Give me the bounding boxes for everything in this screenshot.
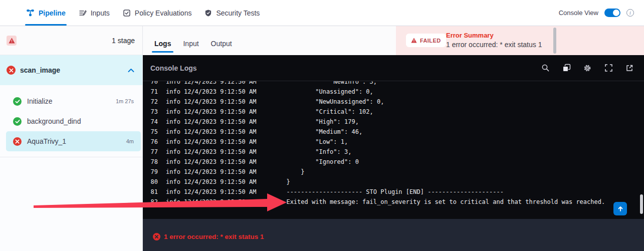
nav-tab-pipeline[interactable]: Pipeline [26,0,66,26]
nav-tab-policy-evaluations[interactable]: Policy Evaluations [123,0,192,26]
step-duration: 4m [126,138,134,144]
log-line: 70info12/4/2023 9:12:50 AM "NewInfo": 3, [143,81,644,87]
log-level: info [166,187,180,197]
open-in-new-icon[interactable] [625,64,634,73]
scroll-to-top-button[interactable] [613,202,627,215]
log-timestamp: 12/4/2023 9:12:50 AM [184,177,257,187]
log-message: "Low": 1, [286,137,348,147]
warning-triangle-icon [411,38,417,43]
log-timestamp: 12/4/2023 9:12:50 AM [184,157,257,167]
stage-count: 1 stage [112,37,135,45]
divider [0,157,142,157]
log-message: Exited with message: fail_on_severity is… [286,197,605,207]
log-message: --------------------- STO Plugin [END] -… [286,187,503,197]
log-line-number: 77 [150,147,158,157]
tab-input[interactable]: Input [183,32,198,55]
search-icon[interactable] [541,64,550,73]
console-view-toggle[interactable] [604,9,620,17]
log-timestamp: 12/4/2023 9:12:50 AM [184,137,257,147]
copy-icon[interactable] [562,64,571,73]
error-summary-banner: FAILED Error Summary 1 error occurred: *… [396,26,644,55]
nav-tab-label: Policy Evaluations [135,9,192,17]
log-line: 78info12/4/2023 9:12:50 AM "Ignored": 0 [143,157,644,167]
tab-output[interactable]: Output [211,32,232,55]
top-nav-right: Console View i [559,9,644,17]
log-line-number: 76 [150,137,158,147]
step-name: background_dind [27,117,128,125]
log-level: info [166,197,180,207]
log-level: info [166,137,180,147]
bottom-error-bar: 1 error occurred: * exit status 1 [143,219,644,251]
log-line: 75info12/4/2023 9:12:50 AM "Medium": 46, [143,127,644,137]
log-level: info [166,87,180,97]
step-name: AquaTrivy_1 [27,137,121,145]
log-message: } [286,167,304,177]
log-level: info [166,127,180,137]
log-timestamp: 12/4/2023 9:12:50 AM [184,117,257,127]
log-lines: 70info12/4/2023 9:12:50 AM "NewInfo": 3,… [143,81,644,207]
log-line-number: 72 [150,97,158,107]
log-level: info [166,97,180,107]
log-line-number: 80 [150,177,158,187]
log-view-tabs: LogsInputOutput [143,26,396,55]
info-icon[interactable]: i [626,9,634,17]
log-line-number: 81 [150,187,158,197]
step-row-background_dind[interactable]: background_dind [6,111,141,131]
tab-logs[interactable]: Logs [154,32,171,55]
log-line: 77info12/4/2023 9:12:50 AM "Info": 3, [143,147,644,157]
log-line-number: 74 [150,117,158,127]
console-view-label: Console View [559,9,598,17]
console-scrollbar[interactable] [640,194,643,214]
arrow-up-icon [617,206,623,212]
nav-tab-inputs[interactable]: Inputs [79,0,110,26]
pipeline-sidebar: 1 stage scan_image Initialize1m 27sbackg… [0,26,143,251]
log-line: 74info12/4/2023 9:12:50 AM "High": 179, [143,117,644,127]
stage-name: scan_image [20,66,123,74]
failed-badge-label: FAILED [420,38,441,44]
nav-tab-label: Pipeline [39,9,66,17]
toggle-knob [613,10,619,16]
log-line: 79info12/4/2023 9:12:50 AM } [143,167,644,177]
success-status-icon [13,117,22,126]
log-level: info [166,117,180,127]
log-message: "NewInfo": 3, [286,81,377,87]
sidebar-stage-scan-image[interactable]: scan_image [0,55,142,85]
settings-icon[interactable] [583,64,592,73]
log-message: "Info": 3, [286,147,351,157]
security-tests-icon [204,9,212,17]
error-summary-message: 1 error occurred: * exit status 1 [446,41,542,49]
log-line-number: 73 [150,107,158,117]
failed-badge: FAILED [406,34,446,47]
console-toolbar [541,64,634,73]
error-summary-scrollbar[interactable] [553,28,556,54]
step-row-aquatrivy_1[interactable]: AquaTrivy_14m [6,131,141,151]
log-line-number: 71 [150,87,158,97]
log-line-number: 82 [150,197,158,207]
log-message: "Critical": 102, [286,107,373,117]
console-logs-panel: Console Logs 70info12/4/2023 9:12:50 AM … [143,55,644,219]
log-message: "Unassigned": 0, [286,87,373,97]
nav-tab-security-tests[interactable]: Security Tests [204,0,260,26]
log-level: info [166,167,180,177]
error-summary-title: Error Summary [446,32,494,39]
bottom-error-text: 1 error occurred: * exit status 1 [164,233,264,240]
bottom-error: 1 error occurred: * exit status 1 [153,233,264,240]
log-line-number: 79 [150,167,158,177]
log-timestamp: 12/4/2023 9:12:50 AM [184,187,257,197]
log-line: 71info12/4/2023 9:12:50 AM "Unassigned":… [143,87,644,97]
log-line: 80info12/4/2023 9:12:50 AM} [143,177,644,187]
step-row-initialize[interactable]: Initialize1m 27s [6,91,141,111]
console-title: Console Logs [150,64,197,72]
log-level: info [166,81,180,87]
step-list: Initialize1m 27sbackground_dindAquaTrivy… [0,91,142,151]
log-line: 76info12/4/2023 9:12:50 AM "Low": 1, [143,137,644,147]
log-level: info [166,107,180,117]
error-circle-icon [153,233,160,240]
fullscreen-icon[interactable] [604,64,613,73]
log-timestamp: 12/4/2023 9:12:50 AM [184,127,257,137]
log-line-number: 78 [150,157,158,167]
log-timestamp: 12/4/2023 9:12:50 AM [184,107,257,117]
chevron-up-icon[interactable] [128,68,134,73]
success-status-icon [13,97,22,106]
log-level: info [166,147,180,157]
